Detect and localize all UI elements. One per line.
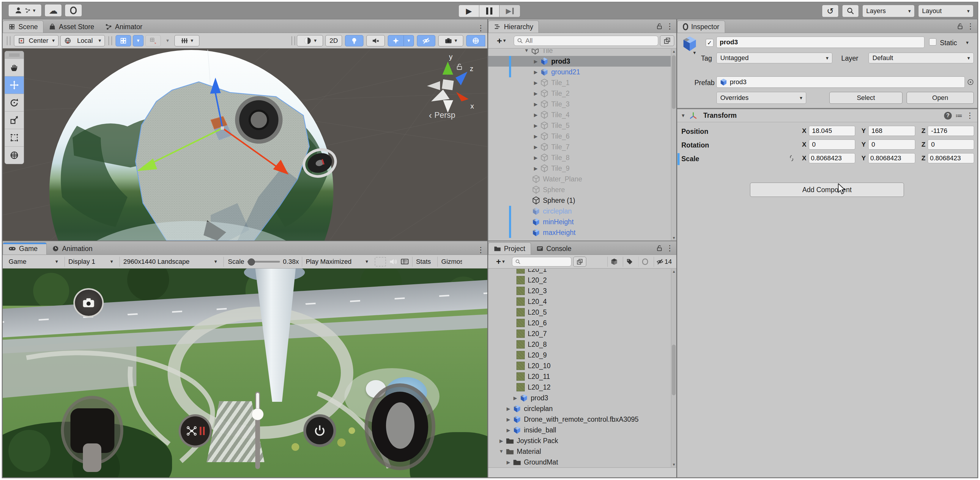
layers-dropdown[interactable]: Layers ▾ xyxy=(862,5,915,17)
project-item-prod3[interactable]: ▶ prod3 xyxy=(488,392,671,403)
rotation-x-input[interactable] xyxy=(809,139,855,150)
hierarchy-item-tile-8[interactable]: ▶ Tile_8 xyxy=(488,152,671,163)
expand-open-icon[interactable]: ▼ xyxy=(497,449,506,454)
hierarchy-item-tile-6[interactable]: ▶ Tile_6 xyxy=(488,131,671,142)
project-item[interactable]: L20_10 xyxy=(488,360,671,371)
scene-effects-toggle[interactable] xyxy=(388,35,404,46)
hierarchy-item-tile-9[interactable]: ▶ Tile_9 xyxy=(488,163,671,174)
gizmo-lock-icon[interactable] xyxy=(455,63,463,70)
display-target-dropdown[interactable]: Display 1 ▾ xyxy=(64,257,116,267)
expand-collapsed-icon[interactable]: ▶ xyxy=(504,427,513,433)
hierarchy-scrollbar[interactable]: ▲ ▼ xyxy=(671,49,677,241)
active-checkbox[interactable]: ✓ xyxy=(706,39,713,47)
tab-asset-store[interactable]: Asset Store xyxy=(43,21,100,33)
lock-icon[interactable] xyxy=(656,22,663,30)
scene-visibility-toggle[interactable] xyxy=(417,35,435,46)
resolution-dropdown[interactable]: 2960x1440 Landscape ▾ xyxy=(119,257,221,267)
hierarchy-item-tile-5[interactable]: ▶ Tile_5 xyxy=(488,120,671,131)
position-y-input[interactable] xyxy=(868,126,915,136)
game-display-mode-dropdown[interactable]: Game ▾ xyxy=(5,257,62,267)
rotation-y-input[interactable] xyxy=(868,139,915,150)
scroll-thumb[interactable] xyxy=(672,55,676,109)
shading-mode-dropdown[interactable]: ▾ xyxy=(297,35,323,46)
project-scrollbar[interactable]: ▲ ▼ xyxy=(671,269,677,467)
hierarchy-item-sphere[interactable]: Sphere xyxy=(488,184,671,195)
grid-snap-options[interactable]: ▾ xyxy=(133,35,143,46)
link-scale-icon[interactable] xyxy=(788,154,795,162)
project-menu-icon[interactable]: ⋮ xyxy=(663,244,677,253)
hierarchy-menu-icon[interactable]: ⋮ xyxy=(663,22,677,31)
search-in-assets-button[interactable] xyxy=(573,257,586,267)
project-search-input[interactable] xyxy=(523,258,568,265)
expand-collapsed-icon[interactable]: ▶ xyxy=(531,91,540,96)
project-item[interactable]: L20_2 xyxy=(488,275,671,285)
scroll-up-icon[interactable]: ▲ xyxy=(671,269,677,274)
hierarchy-item-prod3[interactable]: ▶ prod3 xyxy=(488,56,671,67)
hierarchy-item-water-plane[interactable]: Water_Plane xyxy=(488,174,671,184)
scale-slider-knob[interactable] xyxy=(248,258,255,266)
search-button[interactable] xyxy=(842,5,859,17)
project-item[interactable]: L20_4 xyxy=(488,296,671,307)
expand-collapsed-icon[interactable]: ▶ xyxy=(531,69,540,75)
increment-snap-toggle[interactable] xyxy=(145,35,161,46)
open-button[interactable]: Open xyxy=(907,92,974,104)
project-item-inside-ball[interactable]: ▶ inside_ball xyxy=(488,425,671,435)
expand-collapsed-icon[interactable]: ▶ xyxy=(531,80,540,86)
undo-history-button[interactable]: ↺ xyxy=(822,5,838,17)
expand-collapsed-icon[interactable]: ▶ xyxy=(504,417,513,422)
expand-collapsed-icon[interactable]: ▶ xyxy=(531,123,540,129)
layout-dropdown[interactable]: Layout ▾ xyxy=(918,5,974,17)
hidden-packages-toggle[interactable]: 14 xyxy=(654,257,674,267)
expand-open-icon[interactable]: ▼ xyxy=(522,49,531,53)
prefab-object-field[interactable]: prod3 xyxy=(716,77,965,88)
component-menu-icon[interactable]: ⋮ xyxy=(966,111,974,120)
tab-animation[interactable]: Animation xyxy=(47,243,98,255)
tab-game[interactable]: Game xyxy=(3,242,47,255)
presets-icon[interactable]: ≔ xyxy=(955,112,963,120)
scale-tool-button[interactable] xyxy=(5,112,24,129)
scale-slider[interactable] xyxy=(247,261,280,263)
drone-camera-button[interactable] xyxy=(73,288,104,317)
step-button[interactable]: ▶ xyxy=(500,5,520,17)
hierarchy-item-tile-3[interactable]: ▶ Tile_3 xyxy=(488,99,671,110)
drone-pause-button[interactable] xyxy=(178,414,212,448)
left-joystick[interactable] xyxy=(61,396,123,465)
hierarchy-item-tile-4[interactable]: ▶ Tile_4 xyxy=(488,110,671,120)
increment-snap-options[interactable]: ▾ xyxy=(162,35,173,46)
gizmos-toggle[interactable] xyxy=(466,35,485,46)
throttle-slider[interactable] xyxy=(252,392,264,469)
pause-button[interactable] xyxy=(479,5,500,17)
expand-collapsed-icon[interactable]: ▶ xyxy=(531,101,540,107)
static-checkbox[interactable] xyxy=(929,38,936,46)
game-audio-toggle-icon[interactable] xyxy=(389,258,397,266)
prefab-target-icon[interactable] xyxy=(967,78,974,86)
toolbar-handle[interactable] xyxy=(108,36,112,45)
tab-inspector[interactable]: Inspector xyxy=(677,21,725,33)
slider-knob[interactable] xyxy=(252,408,264,420)
project-item[interactable]: L20_12 xyxy=(488,382,671,392)
gizmos-button[interactable]: Gizmos xyxy=(438,257,462,267)
tab-scene[interactable]: Scene xyxy=(3,21,43,33)
rotation-mode-dropdown[interactable]: Local ▾ xyxy=(60,35,105,46)
project-item-joystick-pack[interactable]: ▶ Joystick Pack xyxy=(488,435,671,446)
hierarchy-item-sphere-1[interactable]: Sphere (1) xyxy=(488,195,671,206)
inspector-menu-icon[interactable]: ⋮ xyxy=(964,22,977,31)
rotation-z-input[interactable] xyxy=(928,139,974,150)
play-maximized-dropdown[interactable]: Play Maximized ▾ xyxy=(302,257,372,267)
expand-collapsed-icon[interactable]: ▶ xyxy=(504,459,513,465)
project-item[interactable]: L20_1 xyxy=(488,269,671,275)
hierarchy-item-tile-1[interactable]: ▶ Tile_1 xyxy=(488,77,671,88)
scale-y-input[interactable] xyxy=(868,153,915,163)
capture-button[interactable] xyxy=(375,257,386,266)
project-item-circleplan[interactable]: ▶ circleplan xyxy=(488,403,671,414)
tool-strip-handle[interactable] xyxy=(5,51,24,59)
project-item-groundmat[interactable]: ▶ GroundMat xyxy=(488,457,671,467)
project-item[interactable]: L20_9 xyxy=(488,350,671,360)
create-object-button[interactable]: + ▾ xyxy=(491,35,512,46)
project-search-box[interactable] xyxy=(512,257,571,266)
scene-picker-button[interactable] xyxy=(660,35,674,46)
expand-collapsed-icon[interactable]: ▶ xyxy=(531,166,540,171)
search-by-label-button[interactable] xyxy=(623,257,636,267)
rotate-tool-button[interactable] xyxy=(5,94,24,112)
scale-z-input[interactable] xyxy=(928,153,974,163)
